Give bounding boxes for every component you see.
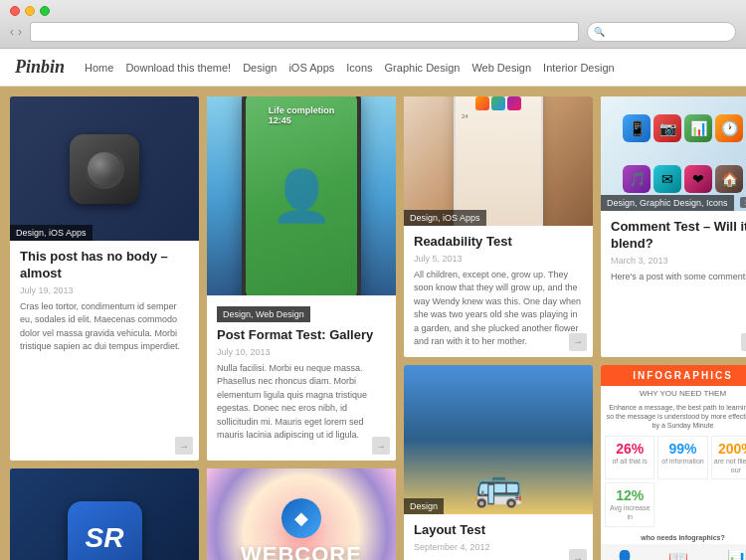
nav-web-design[interactable]: Web Design <box>471 62 531 74</box>
card-excerpt: Cras leo tortor, condimentum id semper e… <box>20 300 189 354</box>
site-wrapper: Pinbin Home Download this theme! Design … <box>0 49 746 560</box>
camera-lens <box>85 149 124 189</box>
icons-grid-image: 📱 📷 📊 🕐 🎵 ✉ ❤ 🏠 16+ <box>601 96 746 211</box>
app-icon-3: 📊 <box>684 114 712 142</box>
close-button[interactable] <box>10 6 20 16</box>
nav-ios-apps[interactable]: iOS Apps <box>288 62 334 74</box>
bus-icon: 🚌 <box>473 463 523 509</box>
stat-label-4: Avg increase in <box>608 503 652 521</box>
card-date: July 10, 2013 <box>217 347 386 357</box>
stat-number-4: 12% <box>608 487 652 503</box>
stat-number-2: 99% <box>660 441 704 457</box>
card-image: SR Design, Icons, iOS Apps <box>10 468 199 560</box>
stat-3: 200% are not filed in our <box>711 436 746 479</box>
card-date: July 5, 2013 <box>414 254 583 264</box>
app-icon-5: 🎵 <box>623 165 651 193</box>
card-body: Design, Web Design Post Format Test: Gal… <box>207 295 396 451</box>
post-card-webcore: ◆ WEBCORE Webcore Theme August 2013 <box>207 468 396 560</box>
nav-interior-design[interactable]: Interior Design <box>543 62 615 74</box>
card-tag: Design, Web Design <box>217 306 310 322</box>
webcore-logo: WEBCORE <box>241 542 362 560</box>
minimize-button[interactable] <box>25 6 35 16</box>
card-body: Readability Test July 5, 2013 All childr… <box>404 226 593 357</box>
nav-download[interactable]: Download this theme! <box>125 62 231 74</box>
card-excerpt: Nulla facilisi. Morbi eu neque massa. Ph… <box>217 362 386 443</box>
card-arrow[interactable]: → <box>372 437 390 455</box>
camera-icon <box>70 134 139 204</box>
card-arrow[interactable]: → <box>569 333 587 351</box>
app-icon-2: 📷 <box>653 114 681 142</box>
card-tag: Design, Graphic Design, Icons <box>601 195 734 211</box>
stat-label-2: of information <box>660 457 704 466</box>
card-image: Design, iOS Apps <box>10 96 199 241</box>
phone-mockup: 👤 Life completion12:45 <box>242 96 361 295</box>
infographic-icon-2: 📖 Would Rather Read <box>649 549 709 560</box>
card-image: 🚌 Design <box>404 365 593 514</box>
post-card-comment-test: 📱 📷 📊 🕐 🎵 ✉ ❤ 🏠 16+ Design, Graphic Desi… <box>601 96 746 357</box>
nav-icons[interactable]: Icons <box>346 62 372 74</box>
infographic-image: INFOGRAPHICS WHY YOU NEED THEM Enhance a… <box>601 365 746 560</box>
card-image: 👤 Life completion12:45 <box>207 96 396 295</box>
card-title: This post has no body – almost <box>20 249 189 282</box>
gourmet-image: Gourmet 24 <box>404 96 593 226</box>
camera-image <box>10 96 199 241</box>
nav-home[interactable]: Home <box>85 62 113 74</box>
nav-graphic-design[interactable]: Graphic Design <box>385 62 461 74</box>
site-nav: Pinbin Home Download this theme! Design … <box>0 49 746 87</box>
maximize-button[interactable] <box>40 6 50 16</box>
iphone-mockup: Gourmet 24 <box>454 96 543 226</box>
card-title: Readability Test <box>414 234 583 251</box>
site-logo: Pinbin <box>15 57 65 78</box>
nav-design[interactable]: Design <box>243 62 277 74</box>
infographic-stats: 26% of all that is 99% of information 20… <box>601 432 746 530</box>
search-icon: 🔍 <box>594 27 605 37</box>
post-card-no-body: Design, iOS Apps This post has no body –… <box>10 96 199 461</box>
back-arrow[interactable]: ‹ <box>10 25 14 39</box>
app-icon-6: ✉ <box>653 165 681 193</box>
nav-links: Home Download this theme! Design iOS App… <box>85 62 731 74</box>
stat-label-1: of all that is <box>608 457 652 466</box>
card-excerpt: All children, except one, grow up. They … <box>414 269 583 349</box>
iphone-screen: Gourmet 24 <box>456 96 541 226</box>
post-card-infographics: INFOGRAPHICS WHY YOU NEED THEM Enhance a… <box>601 365 746 560</box>
infographic-header: INFOGRAPHICS <box>601 365 746 386</box>
sr-image: SR <box>10 468 199 560</box>
card-tag: Design, iOS Apps <box>404 210 486 226</box>
stat-1: 26% of all that is <box>605 436 654 479</box>
forward-arrow[interactable]: › <box>18 25 22 39</box>
phone-time: Life completion12:45 <box>269 105 335 125</box>
app-icon-7: ❤ <box>684 165 712 193</box>
card-title: Post Format Test: Gallery <box>217 327 386 344</box>
webcore-icon: ◆ <box>281 498 321 538</box>
sr-app-icon: SR <box>68 501 142 560</box>
card-date: September 4, 2012 <box>414 542 583 552</box>
search-bar[interactable]: 🔍 <box>587 22 736 42</box>
card-body: Layout Test September 4, 2012 <box>404 514 593 560</box>
webcore-image: ◆ WEBCORE <box>207 468 396 560</box>
card-tag: Design <box>404 498 444 514</box>
card-arrow[interactable]: → <box>175 437 193 455</box>
infographic-icon-1: 👤 Everyone <box>610 549 640 560</box>
bus-image: 🚌 <box>404 365 593 514</box>
card-image: Gourmet 24 Design, iOS Apps <box>404 96 593 226</box>
infographic-subheader: WHY YOU NEED THEM <box>601 386 746 401</box>
post-card-layout-test: 🚌 Design Layout Test September 4, 2012 → <box>404 365 593 560</box>
card-image: 📱 📷 📊 🕐 🎵 ✉ ❤ 🏠 16+ Design, Graphic Desi… <box>601 96 746 211</box>
card-body: This post has no body – almost July 19, … <box>10 241 199 362</box>
phone-image: 👤 Life completion12:45 <box>207 96 396 295</box>
card-body: Comment Test – Will it blend? March 3, 2… <box>601 211 746 291</box>
card-image: ◆ WEBCORE <box>207 468 396 560</box>
card-arrow[interactable]: → <box>741 333 746 351</box>
phone-screen: 👤 <box>246 96 357 295</box>
card-tag: Design, iOS Apps <box>10 225 93 241</box>
card-arrow[interactable]: → <box>569 549 587 560</box>
card-date: March 3, 2013 <box>611 256 746 266</box>
stat-number-1: 26% <box>608 441 652 457</box>
masonry-grid: Design, iOS Apps This post has no body –… <box>10 96 736 560</box>
post-card-readability: Gourmet 24 Design, iOS Apps <box>404 96 593 357</box>
stat-2: 99% of information <box>657 436 707 479</box>
address-bar[interactable] <box>30 22 579 42</box>
stat-number-3: 200% <box>714 441 746 457</box>
post-card-comments-disabled: SR Design, Icons, iOS Apps Comments Disa… <box>10 468 199 560</box>
card-date: July 19, 2013 <box>20 285 189 295</box>
